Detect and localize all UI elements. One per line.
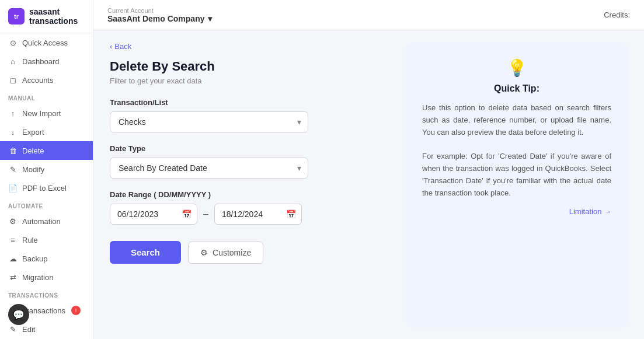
rule-icon: ≡ <box>8 235 18 244</box>
transactions-section-label: TRANSACTIONS <box>0 286 93 301</box>
search-button[interactable]: Search <box>110 241 181 264</box>
transaction-list-label: Transaction/List <box>110 98 392 107</box>
sidebar-item-migration[interactable]: ⇄ Migration <box>0 268 93 286</box>
customize-label: Customize <box>213 248 251 257</box>
chevron-down-icon: ▾ <box>208 14 212 23</box>
dashboard-icon: ⌂ <box>8 57 18 66</box>
form-area: ‹ Back Delete By Search Filter to get yo… <box>110 42 392 327</box>
customize-button[interactable]: ⚙ Customize <box>188 242 263 264</box>
accounts-icon: ◻ <box>8 75 18 85</box>
account-name-dropdown[interactable]: SaasAnt Demo Company ▾ <box>107 14 212 23</box>
transaction-list-wrapper: Checks Invoices Bills Journal Entries ▾ <box>110 111 308 132</box>
credits-label: Credits: <box>604 11 630 19</box>
sidebar-item-delete[interactable]: 🗑 Delete <box>0 141 93 160</box>
sidebar-item-automation[interactable]: ⚙ Automation <box>0 212 93 230</box>
quick-access-icon: ⊙ <box>8 38 18 47</box>
automation-icon: ⚙ <box>8 216 18 226</box>
date-range-label: Date Range ( DD/MM/YYYY ) <box>110 190 392 199</box>
sidebar-item-label: Rule <box>22 236 38 244</box>
tip-title: Quick Tip: <box>422 83 611 94</box>
backup-icon: ☁ <box>8 254 18 263</box>
sidebar-item-pdf-to-excel[interactable]: 📄 PDF to Excel <box>0 179 93 197</box>
back-link[interactable]: ‹ Back <box>110 42 392 51</box>
top-header: Current Account SaasAnt Demo Company ▾ C… <box>93 0 644 30</box>
sidebar-item-export[interactable]: ↓ Export <box>0 123 93 141</box>
chat-button[interactable]: 💬 <box>8 304 29 325</box>
date-range-group: Date Range ( DD/MM/YYYY ) 📅 – 📅 <box>110 190 392 225</box>
content-area: ‹ Back Delete By Search Filter to get yo… <box>93 30 644 339</box>
main-area: Current Account SaasAnt Demo Company ▾ C… <box>93 0 644 339</box>
account-name-text: SaasAnt Demo Company <box>107 14 204 23</box>
date-range-row: 📅 – 📅 <box>110 204 392 225</box>
transaction-list-select[interactable]: Checks Invoices Bills Journal Entries <box>110 111 308 132</box>
customize-icon: ⚙ <box>200 248 208 257</box>
date-type-select[interactable]: Search By Created Date Search By Transac… <box>110 158 308 179</box>
sidebar-item-label: Automation <box>22 217 61 226</box>
logo-text: saasant transactions <box>29 7 78 26</box>
tip-link-area: Limitation → <box>422 207 611 216</box>
page-subtitle: Filter to get your exact data <box>110 76 392 85</box>
account-section: Current Account SaasAnt Demo Company ▾ <box>107 7 212 23</box>
sidebar-item-label: Accounts <box>22 76 53 85</box>
sidebar-item-label: Quick Access <box>22 39 68 47</box>
logo-area: tr saasant transactions <box>0 0 93 33</box>
date-separator: – <box>203 209 208 219</box>
sidebar-item-label: Delete <box>22 146 44 155</box>
date-type-label: Date Type <box>110 144 392 153</box>
current-account-label: Current Account <box>107 7 212 14</box>
back-chevron-icon: ‹ <box>110 42 112 51</box>
back-label: Back <box>114 42 131 51</box>
modify-icon: ✎ <box>8 165 18 174</box>
sidebar-item-label: Dashboard <box>22 57 60 66</box>
date-to-wrapper: 📅 <box>214 204 302 225</box>
sidebar-item-label: New Import <box>22 109 61 118</box>
credits-section: Credits: <box>604 11 630 19</box>
brand-top: saasant <box>29 7 78 16</box>
sidebar-item-new-import[interactable]: ↑ New Import <box>0 104 93 123</box>
edit-icon: ✎ <box>8 324 18 334</box>
delete-icon: 🗑 <box>8 146 18 155</box>
page-title: Delete By Search <box>110 59 392 74</box>
logo-icon: tr <box>8 8 25 25</box>
sidebar-item-dashboard[interactable]: ⌂ Dashboard <box>0 52 93 71</box>
tip-body: Use this option to delete data based on … <box>422 102 611 199</box>
new-import-icon: ↑ <box>8 109 18 118</box>
sidebar-item-label: Modify <box>22 165 44 174</box>
sidebar-item-rule[interactable]: ≡ Rule <box>0 230 93 249</box>
sidebar-item-label: Backup <box>22 254 47 263</box>
export-icon: ↓ <box>8 127 18 137</box>
sidebar-item-accounts[interactable]: ◻ Accounts <box>0 71 93 89</box>
date-to-input[interactable] <box>214 204 302 225</box>
sidebar-item-label: Export <box>22 128 44 137</box>
date-from-input[interactable] <box>110 204 197 225</box>
date-from-wrapper: 📅 <box>110 204 197 225</box>
migration-icon: ⇄ <box>8 272 18 282</box>
pdf-icon: 📄 <box>8 183 18 193</box>
action-row: Search ⚙ Customize <box>110 241 392 264</box>
sidebar-item-modify[interactable]: ✎ Modify <box>0 160 93 179</box>
manual-section-label: MANUAL <box>0 89 93 104</box>
limitation-link[interactable]: Limitation → <box>569 207 611 216</box>
date-type-group: Date Type Search By Created Date Search … <box>110 144 392 179</box>
transaction-list-group: Transaction/List Checks Invoices Bills J… <box>110 98 392 132</box>
sidebar-item-label: Edit <box>22 325 35 334</box>
sidebar-item-backup[interactable]: ☁ Backup <box>0 249 93 268</box>
brand-bottom: transactions <box>29 16 78 26</box>
sidebar: tr saasant transactions ⊙ Quick Access ⌂… <box>0 0 93 339</box>
date-type-wrapper: Search By Created Date Search By Transac… <box>110 158 308 179</box>
tip-box: 💡 Quick Tip: Use this option to delete d… <box>406 42 628 327</box>
sidebar-item-label: PDF to Excel <box>22 184 67 193</box>
tip-bulb-icon: 💡 <box>422 58 611 78</box>
sidebar-item-label: Migration <box>22 273 53 282</box>
sidebar-item-quick-access[interactable]: ⊙ Quick Access <box>0 33 93 52</box>
notification-badge: ! <box>71 306 81 315</box>
automate-section-label: AUTOMATE <box>0 197 93 212</box>
